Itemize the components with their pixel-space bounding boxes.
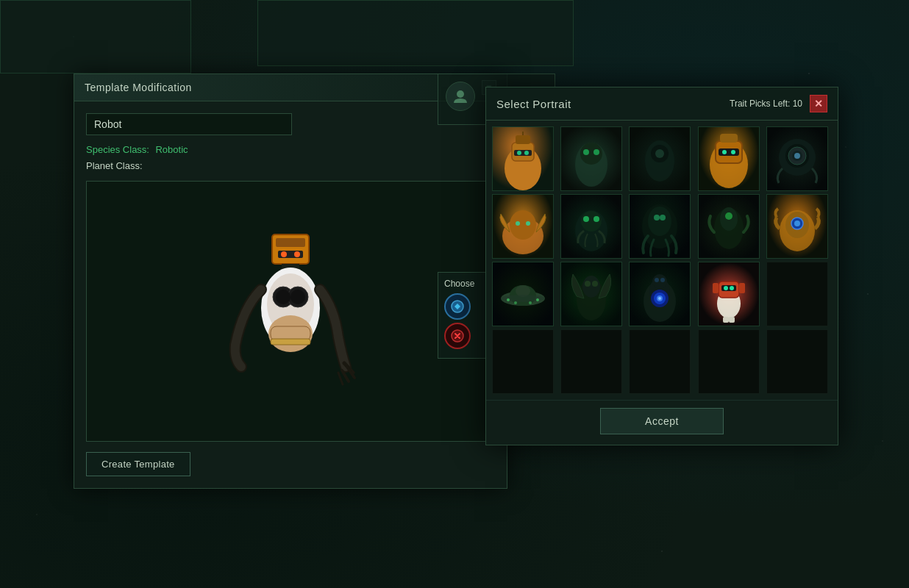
portrait-svg-14 (699, 263, 758, 326)
species-name-input[interactable] (86, 113, 292, 135)
dialog-header: Select Portrait Trait Picks Left: 10 ✕ (486, 87, 838, 121)
trait-icon-red[interactable] (444, 323, 471, 349)
svg-rect-37 (720, 134, 738, 143)
svg-point-80 (652, 274, 667, 289)
portrait-svg-7 (562, 196, 621, 258)
portrait-art-7 (561, 195, 621, 258)
top-right-panel (257, 0, 574, 66)
portrait-art-12 (561, 262, 621, 326)
portrait-art-13 (630, 262, 690, 326)
trait-icon-blue[interactable] (444, 293, 471, 320)
svg-point-10 (276, 290, 290, 304)
portrait-svg-10 (768, 196, 827, 258)
portrait-cell[interactable] (698, 126, 760, 191)
window-title: Template Modification (85, 82, 474, 93)
svg-point-68 (529, 301, 532, 304)
svg-point-36 (731, 150, 735, 154)
portrait-art-5 (767, 127, 827, 190)
svg-point-52 (648, 207, 671, 236)
svg-point-15 (457, 90, 464, 98)
svg-point-49 (583, 216, 589, 222)
svg-point-66 (507, 298, 510, 301)
portrait-cell[interactable] (492, 194, 554, 259)
portrait-preview-area[interactable] (86, 181, 495, 442)
portrait-cell[interactable] (560, 126, 622, 191)
robot-character-art (221, 212, 360, 411)
portrait-art-14 (699, 262, 759, 326)
portrait-svg-8 (630, 196, 689, 258)
svg-rect-88 (713, 283, 719, 293)
svg-point-54 (660, 215, 666, 220)
svg-rect-1 (276, 238, 305, 247)
portrait-cell[interactable] (629, 126, 691, 191)
portrait-cell[interactable] (698, 194, 760, 259)
dialog-close-button[interactable]: ✕ (810, 95, 827, 112)
portrait-art-6 (493, 195, 553, 258)
portrait-cell-empty (629, 329, 691, 394)
accept-button[interactable]: Accept (600, 408, 724, 434)
svg-point-35 (722, 150, 727, 154)
species-class-label: Species Class: (86, 144, 149, 155)
svg-point-82 (660, 278, 665, 282)
svg-point-3 (281, 251, 287, 257)
trait-blue-icon (450, 299, 465, 314)
svg-point-27 (583, 149, 589, 155)
portrait-art-2 (561, 127, 621, 190)
portrait-art-4 (699, 127, 759, 190)
portrait-cell[interactable] (560, 262, 622, 326)
svg-point-45 (516, 221, 520, 226)
portrait-art-10 (767, 195, 827, 258)
portrait-cell[interactable] (766, 194, 828, 259)
bg-panel (0, 0, 191, 74)
svg-point-73 (592, 281, 598, 287)
svg-point-57 (725, 212, 732, 220)
portrait-cell-empty (766, 262, 828, 326)
svg-rect-90 (723, 317, 729, 323)
select-portrait-dialog: Select Portrait Trait Picks Left: 10 ✕ (485, 87, 838, 445)
svg-point-53 (654, 215, 660, 220)
portrait-cell-empty (492, 329, 554, 394)
svg-point-26 (580, 143, 602, 165)
svg-point-21 (517, 151, 521, 155)
svg-rect-23 (516, 135, 530, 144)
svg-point-87 (730, 286, 734, 290)
trait-red-icon (450, 329, 465, 343)
svg-point-11 (290, 290, 305, 304)
dialog-header-right: Trait Picks Left: 10 ✕ (730, 95, 827, 112)
dialog-title: Select Portrait (496, 98, 571, 110)
portrait-art-8 (630, 195, 690, 258)
portrait-art-9 (699, 195, 759, 258)
svg-rect-20 (514, 150, 532, 156)
svg-point-50 (593, 216, 599, 222)
portrait-art-11 (493, 262, 553, 326)
trait-picks-label: Trait Picks Left: 10 (730, 98, 802, 109)
portrait-svg-4 (699, 128, 758, 190)
avatar-icon (446, 82, 475, 111)
portrait-cell[interactable] (560, 194, 622, 259)
svg-point-71 (582, 276, 600, 298)
create-template-button[interactable]: Create Template (86, 452, 190, 476)
portrait-svg-2 (562, 128, 621, 190)
portrait-grid (486, 121, 838, 400)
portrait-cell[interactable] (492, 262, 554, 326)
portrait-art-3 (630, 127, 690, 190)
portrait-cell[interactable] (698, 262, 760, 326)
portrait-cell[interactable] (629, 262, 691, 326)
svg-rect-89 (739, 283, 745, 293)
svg-point-69 (536, 298, 539, 301)
svg-point-31 (655, 149, 664, 158)
planet-class-label: Planet Class: (86, 160, 143, 171)
portrait-cell[interactable] (629, 194, 691, 259)
svg-point-28 (593, 149, 599, 155)
svg-point-79 (658, 297, 661, 300)
svg-point-22 (524, 151, 529, 155)
avatar-svg (452, 88, 468, 104)
portrait-cell[interactable] (492, 126, 554, 191)
portrait-svg-6 (493, 196, 552, 258)
portrait-cell[interactable] (766, 126, 828, 191)
svg-point-46 (526, 221, 530, 226)
svg-rect-91 (729, 317, 735, 323)
svg-point-48 (581, 211, 602, 232)
svg-point-44 (510, 210, 536, 240)
portrait-svg-3 (630, 128, 689, 190)
